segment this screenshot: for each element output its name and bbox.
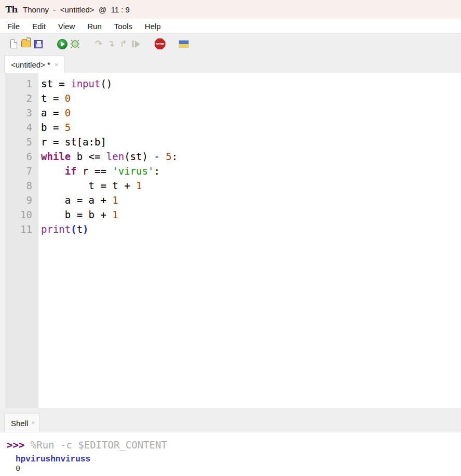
code-line[interactable]: 10 b = b + 1 bbox=[0, 207, 461, 222]
token-plain: : bbox=[154, 165, 159, 177]
line-number: 8 bbox=[0, 178, 32, 193]
window-title: Thonny - <untitled> @ 11 : 9 bbox=[23, 5, 130, 14]
stop-button[interactable]: STOP bbox=[154, 37, 166, 51]
line-number: 3 bbox=[0, 105, 32, 120]
menu-help[interactable]: Help bbox=[139, 20, 167, 33]
token-plain: r = st[a:b] bbox=[41, 136, 106, 148]
code-line[interactable]: 1st = input() bbox=[0, 76, 461, 91]
line-number: 1 bbox=[0, 76, 32, 91]
code-text: t = 0 bbox=[41, 91, 71, 105]
tab-untitled[interactable]: <untitled> * × bbox=[4, 56, 64, 73]
menu-run[interactable]: Run bbox=[81, 20, 108, 33]
token-string: 'virus' bbox=[112, 165, 154, 177]
token-paren: ( bbox=[71, 223, 76, 235]
code-line[interactable]: 2t = 0 bbox=[0, 91, 461, 105]
token-paren: ) bbox=[83, 223, 88, 235]
code-line[interactable]: 8 t = t + 1 bbox=[0, 178, 461, 193]
step-out-icon: ↱ bbox=[120, 39, 127, 48]
token-plain: b = b + bbox=[41, 209, 112, 220]
resume-icon bbox=[132, 41, 140, 48]
ukraine-flag-icon bbox=[179, 40, 189, 48]
shell-prompt: >>> bbox=[7, 439, 31, 451]
line-number: 2 bbox=[0, 91, 32, 105]
token-plain: st = bbox=[41, 78, 71, 89]
code-text: st = input() bbox=[41, 76, 112, 91]
code-line[interactable]: 7 if r == 'virus': bbox=[0, 164, 461, 178]
run-script-icon bbox=[57, 39, 67, 49]
title-bar[interactable]: Th Thonny - <untitled> @ 11 : 9 bbox=[0, 0, 461, 19]
debug-script-button[interactable] bbox=[69, 37, 81, 51]
open-file-icon bbox=[21, 41, 31, 47]
code-text: print(t) bbox=[41, 222, 89, 236]
token-plain: t = t + bbox=[41, 180, 136, 191]
code-line[interactable]: 5r = st[a:b] bbox=[0, 135, 461, 149]
shell-magic-command: %Run -c $EDITOR_CONTENT bbox=[31, 439, 167, 451]
token-builtin: print bbox=[41, 223, 71, 235]
tab-shell[interactable]: Shell × bbox=[4, 414, 39, 432]
open-file-button[interactable] bbox=[20, 37, 32, 51]
menu-file[interactable]: File bbox=[1, 20, 26, 33]
token-plain: r == bbox=[77, 165, 113, 177]
code-text: b = b + 1 bbox=[41, 207, 118, 222]
shell-tab-close-icon[interactable]: × bbox=[31, 419, 35, 427]
new-file-button[interactable] bbox=[7, 37, 20, 51]
token-plain: () bbox=[100, 78, 112, 89]
stop-icon: STOP bbox=[155, 38, 166, 49]
token-plain: t = bbox=[41, 92, 65, 104]
shell-output-area[interactable]: >>> %Run -c $EDITOR_CONTENT hpvirushnvir… bbox=[0, 432, 461, 476]
token-number: 1 bbox=[112, 194, 118, 206]
token-number: 5 bbox=[166, 151, 171, 162]
line-number: 11 bbox=[0, 222, 32, 236]
run-script-button[interactable] bbox=[56, 37, 69, 51]
shell-stdout: 0 bbox=[0, 465, 461, 474]
menu-tools[interactable]: Tools bbox=[108, 20, 139, 33]
toolbar: ↷ ↴ ↱ STOP bbox=[0, 33, 461, 54]
new-file-icon bbox=[10, 39, 17, 48]
step-into-button[interactable]: ↴ bbox=[105, 37, 117, 51]
editor-tab-strip: <untitled> * × bbox=[0, 54, 461, 73]
shell-tab-strip: Shell × bbox=[0, 408, 461, 432]
code-line[interactable]: 9 a = a + 1 bbox=[0, 193, 461, 207]
token-plain: : bbox=[172, 151, 178, 162]
token-number: 1 bbox=[136, 180, 142, 191]
ukraine-flag-button[interactable] bbox=[178, 37, 190, 51]
step-out-button[interactable]: ↱ bbox=[117, 37, 130, 51]
line-number: 9 bbox=[0, 193, 32, 207]
token-plain: (st) - bbox=[124, 151, 166, 162]
token-plain: a = a + bbox=[41, 194, 112, 206]
code-text: while b <= len(st) - 5: bbox=[41, 149, 178, 164]
tab-label: <untitled> * bbox=[11, 60, 50, 69]
thonny-logo-icon: Th bbox=[5, 4, 18, 15]
step-into-icon: ↴ bbox=[107, 39, 115, 48]
shell-prompt-line: >>> %Run -c $EDITOR_CONTENT bbox=[0, 438, 461, 452]
token-number: 1 bbox=[112, 209, 118, 220]
code-line[interactable]: 6while b <= len(st) - 5: bbox=[0, 149, 461, 164]
shell-stdin-echo: hpvirushnviruss bbox=[0, 454, 461, 465]
token-builtin: input bbox=[71, 78, 100, 89]
shell-tab-label: Shell bbox=[11, 419, 28, 428]
debug-script-icon bbox=[70, 39, 80, 49]
save-file-button[interactable] bbox=[32, 37, 45, 51]
token-keyword: while bbox=[41, 151, 71, 162]
line-number: 10 bbox=[0, 207, 32, 222]
code-text: r = st[a:b] bbox=[41, 135, 106, 149]
step-over-button[interactable]: ↷ bbox=[92, 37, 105, 51]
code-text: a = 0 bbox=[41, 105, 71, 120]
tab-close-icon[interactable]: × bbox=[55, 61, 59, 69]
code-text: b = 5 bbox=[41, 120, 71, 135]
token-number: 5 bbox=[65, 122, 71, 133]
resume-button[interactable] bbox=[130, 37, 142, 51]
code-text: a = a + 1 bbox=[41, 193, 118, 207]
code-lines[interactable]: 1st = input()2t = 03a = 04b = 55r = st[a… bbox=[0, 73, 461, 236]
step-over-icon: ↷ bbox=[95, 39, 102, 48]
code-line[interactable]: 4b = 5 bbox=[0, 120, 461, 135]
menu-bar: File Edit View Run Tools Help bbox=[0, 19, 461, 33]
code-editor[interactable]: 1st = input()2t = 03a = 04b = 55r = st[a… bbox=[0, 73, 461, 408]
token-plain: a = bbox=[41, 107, 65, 118]
code-line[interactable]: 3a = 0 bbox=[0, 105, 461, 120]
token-number: 0 bbox=[65, 92, 71, 104]
menu-view[interactable]: View bbox=[52, 20, 81, 33]
code-line[interactable]: 11print(t) bbox=[0, 222, 461, 236]
line-number: 5 bbox=[0, 135, 32, 149]
menu-edit[interactable]: Edit bbox=[26, 20, 52, 33]
